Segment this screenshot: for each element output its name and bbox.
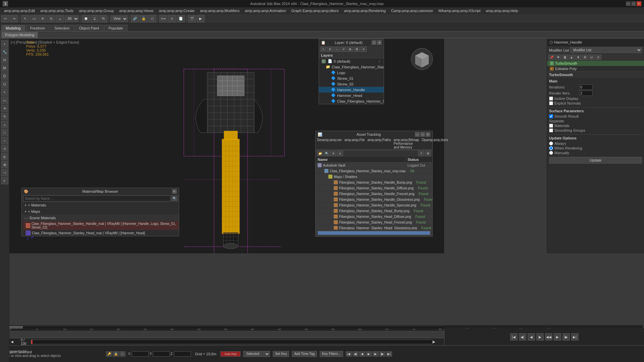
mat-close-btn[interactable]: ✕	[172, 189, 177, 194]
angle-snap-button[interactable]: ∠	[91, 15, 99, 22]
speed-6-btn[interactable]: |▶	[379, 351, 385, 357]
asset-row-vault[interactable]: Autodesk Vault Logged Out	[316, 163, 432, 168]
mat-materials-category[interactable]: + + Materials	[22, 202, 179, 208]
key-mode-dropdown[interactable]: Selected	[243, 351, 270, 357]
layers-help-btn[interactable]: ?	[372, 40, 376, 45]
menu-maxscript[interactable]: MAamp;amp;amp;XScript	[436, 7, 483, 14]
keyframe-start-btn[interactable]: |◀	[510, 333, 518, 341]
make-unique-btn[interactable]: U	[589, 55, 595, 60]
speed-4-btn[interactable]: ▶	[366, 351, 372, 357]
next-frame-btn[interactable]: ▶	[554, 333, 561, 341]
asset-row-handle-bump[interactable]: Fiberglass_Hammer_Stanley_Handle_Bump.pn…	[316, 180, 432, 185]
layer-item-logo[interactable]: 🔷 Logo	[319, 70, 384, 75]
motion-btn[interactable]: M	[1, 64, 8, 72]
layers-select-btn[interactable]: ↗	[340, 47, 346, 52]
speed-5-btn[interactable]: ▶	[373, 351, 379, 357]
modifier-editablepoly[interactable]: E Editable Poly	[547, 66, 644, 71]
asset-row-handle-gloss[interactable]: Fiberglass_Hammer_Stanley_Handle_Glossin…	[316, 197, 432, 202]
pin-stack-btn[interactable]: 📌	[548, 55, 554, 60]
mat-item-handle[interactable]: Claw_Fiberglass_Hammer_Stanley_Handle_ma…	[23, 221, 179, 230]
timeline-scroll-thumb[interactable]	[9, 326, 23, 328]
mat-item-head[interactable]: Claw_Fiberglass_Hammer_Stanley_Head_mat …	[23, 230, 179, 236]
menu-tools[interactable]: amp;amp;amp;Tools	[38, 7, 76, 14]
layers-options-btn[interactable]: ≡	[361, 47, 367, 52]
tab-populate[interactable]: Populate	[104, 25, 127, 31]
layer-item-claw2[interactable]: 🔷 Claw_Fiberglass_Hammer_Stanley	[319, 98, 384, 104]
utilities-btn[interactable]: U	[1, 80, 8, 88]
menu-animation[interactable]: amp;amp;amp;Animation	[242, 7, 288, 14]
layers-settings-btn[interactable]: ⚙	[354, 47, 360, 52]
play-btn[interactable]: ▶	[536, 333, 544, 341]
collapse-all-btn[interactable]: C	[595, 55, 601, 60]
redo-button[interactable]: ↪	[10, 15, 18, 22]
tab-object-paint[interactable]: Object Paint	[75, 25, 104, 31]
asset-row-handle-fres[interactable]: Fiberglass_Hammer_Stanley_Handle_Fresnel…	[316, 191, 432, 197]
timeline[interactable]: ◀ 0 / 100 ▶	[9, 338, 444, 345]
asset-menu-options[interactable]: Opamp;amp;tions	[422, 138, 448, 149]
select-obj-btn[interactable]: ↖	[1, 88, 8, 96]
mat-browser-titlebar[interactable]: 🎨 Material/Map Browser ✕	[22, 188, 179, 195]
set-key-btn[interactable]: Set Key	[273, 351, 289, 357]
materials-checkbox[interactable]	[549, 124, 553, 128]
key-filters-btn[interactable]: Key Filters...	[320, 351, 343, 357]
render-button[interactable]: 🎬	[188, 15, 196, 22]
menu-rendering[interactable]: amp;amp;amp;Rendering	[341, 7, 388, 14]
menu-graph-editors[interactable]: Graph Eamp;amp;amp;ditors	[289, 7, 341, 14]
menu-edit[interactable]: amp;amp;amp;Edit	[1, 7, 38, 14]
create-btn[interactable]: +	[1, 40, 8, 48]
tab-modeling[interactable]: Modeling	[1, 25, 25, 31]
asset-help-btn[interactable]: ?	[418, 151, 424, 156]
speed-3-btn[interactable]: ◀	[359, 351, 365, 357]
select-region-button[interactable]: ▭	[30, 15, 38, 22]
add-time-tag-btn[interactable]: Add Time Tag	[292, 351, 317, 357]
close-button[interactable]: ✕	[637, 1, 641, 6]
smoothing-groups-checkbox[interactable]	[549, 128, 553, 132]
status-set-key-icon[interactable]: 🔑	[106, 351, 112, 357]
link-button[interactable]: 🔗	[131, 15, 139, 22]
polygon-modeling-btn[interactable]: Polygon Modeling	[1, 32, 38, 38]
menu-modifiers[interactable]: amp;amp;amp;Modifiers	[197, 7, 242, 14]
menu-group[interactable]: amp;amp;amp;Group	[76, 7, 116, 14]
asset-row-head-diff[interactable]: Fiberglass_Hammer_Stanley_Head_Diffuse.p…	[316, 214, 432, 220]
modifier-list-dropdown[interactable]: Modifier List	[570, 47, 642, 53]
scale-tool-btn[interactable]: ⟁	[1, 121, 8, 128]
asset-menu-paths[interactable]: amp;amp;Paths	[368, 138, 391, 149]
rotate-button[interactable]: ↻	[47, 15, 55, 22]
asset-minimize-btn[interactable]: —	[415, 132, 420, 137]
asset-setpath-btn[interactable]: 📁	[317, 151, 323, 156]
layers-panel-titlebar[interactable]: 📋 Layer: 0 (default) ? ✕	[319, 39, 384, 46]
menu-create[interactable]: amp;amp;amp;Create	[156, 7, 197, 14]
timeline-display[interactable]: 0 / 100	[21, 338, 31, 346]
play-reverse-btn[interactable]: ◀◀	[545, 333, 552, 341]
mirror-tool-btn[interactable]: ⊣	[1, 169, 8, 176]
iterations-input[interactable]	[579, 84, 593, 90]
move-down-btn[interactable]: ▼	[575, 55, 581, 60]
view-dropdown[interactable]: View	[110, 15, 128, 22]
mat-scene-materials-category[interactable]: - - Scene Materials	[22, 215, 179, 221]
z-input[interactable]	[174, 351, 191, 357]
asset-menu-server[interactable]: Seramp;amp;ver	[317, 138, 342, 149]
asset-menu-file[interactable]: amp;amp;File	[344, 138, 365, 149]
mat-search-btn[interactable]: 🔍	[171, 196, 177, 201]
asset-row-handle-spec[interactable]: Fiberglass_Hammer_Stanley_Handle_Specula…	[316, 202, 432, 208]
menu-views[interactable]: amp;amp;amp;Views	[116, 7, 156, 14]
asset-row-main[interactable]: Claw_Fiberglass_Hammer_Stanley_max_vray.…	[316, 168, 432, 174]
hierarchy-btn[interactable]: H	[1, 56, 8, 64]
asset-row-head-fres[interactable]: Fiberglass_Hammer_Stanley_Head_Fresnel.p…	[316, 220, 432, 225]
percent-snap-button[interactable]: %	[99, 15, 107, 22]
modify-btn[interactable]: 🔧	[1, 48, 8, 56]
asset-menu-bitmap[interactable]: amp;amp;Bitmap Performance and Memory	[394, 138, 419, 149]
manually-radio[interactable]	[549, 151, 553, 155]
always-radio[interactable]	[549, 141, 553, 145]
select-filter-dropdown[interactable]: All	[65, 15, 79, 22]
snap-button[interactable]: 🔲	[82, 15, 90, 22]
bind-button[interactable]: ⬡	[148, 15, 156, 22]
asset-close-btn[interactable]: ✕	[426, 132, 430, 137]
when-rendering-radio[interactable]	[549, 146, 553, 150]
speed-1-btn[interactable]: |◀	[346, 351, 352, 357]
explicit-normals-checkbox[interactable]	[549, 101, 553, 105]
align-tool-btn[interactable]: ⊧	[1, 177, 8, 184]
layer-item-0[interactable]: 📄 0 (default) ✓	[319, 58, 384, 64]
autokey-btn[interactable]: Auto Key	[220, 351, 240, 357]
show-end-result-btn[interactable]: 👁	[555, 55, 561, 60]
